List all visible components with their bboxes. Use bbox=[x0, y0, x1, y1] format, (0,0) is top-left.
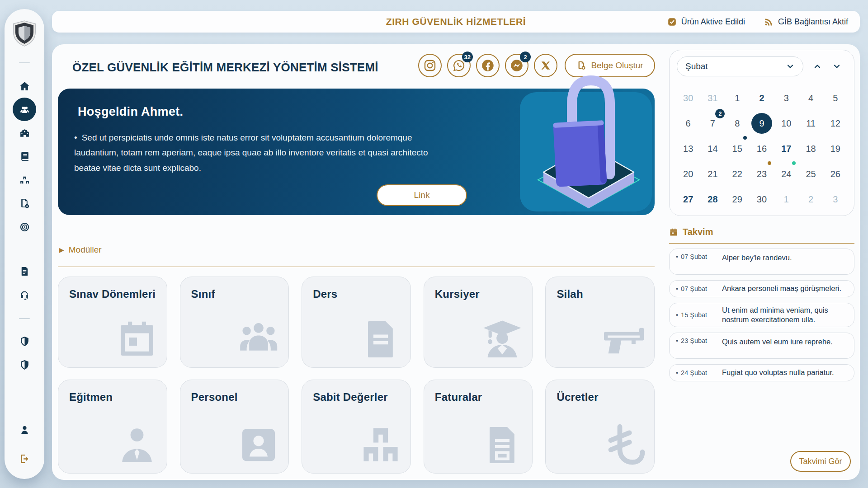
messenger-social-button[interactable]: 2 bbox=[505, 54, 528, 77]
calendar-day[interactable]: 25 bbox=[801, 164, 821, 184]
calendar-day[interactable]: 11 bbox=[801, 113, 821, 134]
calendar-day[interactable]: 8 bbox=[727, 113, 748, 134]
calendar-day[interactable]: 29 bbox=[727, 189, 748, 210]
calendar-icon bbox=[115, 318, 159, 361]
calendar-day[interactable]: 1 bbox=[776, 189, 797, 210]
module-card-6[interactable]: Eğitmen bbox=[58, 380, 167, 474]
module-card-10[interactable]: Ücretler bbox=[545, 380, 655, 474]
shield-icon bbox=[19, 336, 30, 347]
calendar-day[interactable]: 16 bbox=[751, 138, 772, 159]
module-card-8[interactable]: Sabit Değerler bbox=[302, 380, 411, 474]
calendar-day[interactable]: 2 bbox=[751, 88, 772, 108]
sidebar-item-home[interactable] bbox=[13, 74, 36, 98]
sidebar-item-target[interactable] bbox=[13, 215, 36, 239]
module-card-7[interactable]: Personel bbox=[180, 380, 289, 474]
agenda-event[interactable]: •15 Şubat Ut enim ad minima veniam, quis… bbox=[669, 303, 854, 327]
calendar-day[interactable]: 27 bbox=[678, 189, 698, 210]
module-card-1[interactable]: Sınav Dönemleri bbox=[58, 277, 167, 368]
calendar-day[interactable]: 10 bbox=[776, 113, 797, 134]
sidebar-item-document-add[interactable] bbox=[13, 192, 36, 215]
calendar-day[interactable]: 3 bbox=[776, 88, 797, 108]
agenda-event[interactable]: •24 Şubat Fugiat quo voluptas nulla pari… bbox=[669, 364, 854, 381]
sidebar-item-school[interactable] bbox=[13, 121, 36, 145]
month-select[interactable]: Şubat bbox=[677, 56, 803, 76]
sidebar-item-shield[interactable] bbox=[13, 353, 36, 376]
sidebar-divider bbox=[19, 62, 30, 63]
module-card-title: Sınav Dönemleri bbox=[69, 288, 167, 300]
calendar-day[interactable]: 13 bbox=[678, 138, 698, 159]
module-card-2[interactable]: Sınıf bbox=[180, 277, 289, 368]
sidebar-item-document[interactable] bbox=[13, 260, 36, 283]
sidebar-item-book[interactable] bbox=[13, 145, 36, 168]
sidebar-divider bbox=[19, 318, 30, 319]
module-card-title: Faturalar bbox=[435, 391, 533, 404]
day-event-badge: 2 bbox=[715, 109, 725, 118]
shield-icon bbox=[19, 359, 30, 371]
sidebar-item-users[interactable] bbox=[13, 98, 36, 121]
calendar-day[interactable]: 19 bbox=[825, 138, 846, 159]
calendar-day[interactable]: 28 bbox=[702, 189, 723, 210]
calendar-day[interactable]: 4 bbox=[801, 88, 821, 108]
instagram-icon bbox=[423, 59, 437, 72]
create-document-button[interactable]: Belge Oluştur bbox=[565, 54, 655, 77]
calendar-day[interactable]: 2 bbox=[801, 189, 821, 210]
status-checkbox[interactable]: Ürün Aktive Edildi bbox=[667, 17, 745, 27]
calendar-day[interactable]: 20 bbox=[678, 164, 698, 184]
invoice-icon bbox=[481, 423, 524, 467]
module-card-4[interactable]: Kursiyer bbox=[424, 277, 533, 368]
calendar-day[interactable]: 15 bbox=[727, 138, 748, 159]
sidebar-item-logout[interactable] bbox=[13, 447, 36, 470]
document-add-icon bbox=[576, 61, 586, 70]
calendar-day[interactable]: 26 bbox=[825, 164, 846, 184]
module-card-9[interactable]: Faturalar bbox=[424, 380, 533, 474]
event-text: Ut enim ad minima veniam, quis nostrum e… bbox=[722, 305, 849, 325]
day-event-dot bbox=[792, 161, 796, 165]
view-calendar-button[interactable]: Takvimi Gör bbox=[790, 451, 851, 472]
calendar-day[interactable]: 18 bbox=[801, 138, 821, 159]
welcome-title: Hoşgeldin Ahmet. bbox=[78, 105, 183, 119]
calendar-day[interactable]: 23 bbox=[751, 164, 772, 184]
status-rss[interactable]: GİB Bağlantısı Aktif bbox=[764, 17, 848, 27]
module-card-3[interactable]: Ders bbox=[302, 277, 411, 368]
event-text: Quis autem vel eum iure reprehe. bbox=[722, 337, 849, 347]
whatsapp-social-button[interactable]: 32 bbox=[447, 54, 471, 77]
calendar-day[interactable]: 30 bbox=[678, 88, 698, 108]
module-card-title: Silah bbox=[557, 288, 654, 300]
calendar-day[interactable]: 6 bbox=[678, 113, 698, 134]
calendar-day[interactable]: 3 bbox=[825, 189, 846, 210]
x-social-button[interactable] bbox=[534, 54, 557, 77]
calendar-prev-button[interactable] bbox=[808, 56, 827, 76]
event-text: Alper bey'le randevu. bbox=[722, 253, 849, 263]
calendar-day[interactable]: 22 bbox=[727, 164, 748, 184]
calendar-day[interactable]: 17 bbox=[776, 138, 797, 159]
calendar-day[interactable]: 5 bbox=[825, 88, 846, 108]
calendar-day[interactable]: 1 bbox=[727, 88, 748, 108]
home-icon bbox=[19, 80, 30, 92]
agenda-event[interactable]: •23 Şubat Quis autem vel eum iure repreh… bbox=[669, 333, 854, 359]
calendar-day[interactable]: 12 bbox=[825, 113, 846, 134]
agenda-event[interactable]: •07 Şubat Alper bey'le randevu. bbox=[669, 249, 854, 275]
calendar-day-selected[interactable]: 9 bbox=[751, 113, 772, 134]
module-card-title: Sınıf bbox=[191, 288, 289, 300]
sidebar-item-headset[interactable] bbox=[13, 283, 36, 307]
calendar-day[interactable]: 14 bbox=[702, 138, 723, 159]
calendar-day[interactable]: 24 bbox=[776, 164, 797, 184]
facebook-social-button[interactable] bbox=[476, 54, 500, 77]
module-card-5[interactable]: Silah bbox=[545, 277, 655, 368]
calendar-day[interactable]: 21 bbox=[702, 164, 723, 184]
calendar-next-button[interactable] bbox=[827, 56, 847, 76]
sidebar-item-user[interactable] bbox=[13, 418, 36, 441]
calendar-day[interactable]: 72 bbox=[702, 113, 723, 134]
personnel-icon bbox=[237, 423, 280, 467]
calendar-day[interactable]: 31 bbox=[702, 88, 723, 108]
instagram-social-button[interactable] bbox=[418, 54, 442, 77]
module-card-title: Eğitmen bbox=[69, 391, 167, 404]
calendar-day[interactable]: 30 bbox=[751, 189, 772, 210]
sidebar-item-shield[interactable] bbox=[13, 329, 36, 353]
calendar-icon bbox=[669, 228, 678, 237]
sidebar-item-boxes[interactable] bbox=[13, 168, 36, 192]
welcome-link-button[interactable]: Link bbox=[377, 184, 467, 206]
banner-blue-backdrop bbox=[520, 92, 652, 211]
modules-header[interactable]: ▶ Modüller bbox=[59, 245, 102, 255]
agenda-event[interactable]: •07 Şubat Ankara personeli maaş görüşmel… bbox=[669, 280, 854, 297]
